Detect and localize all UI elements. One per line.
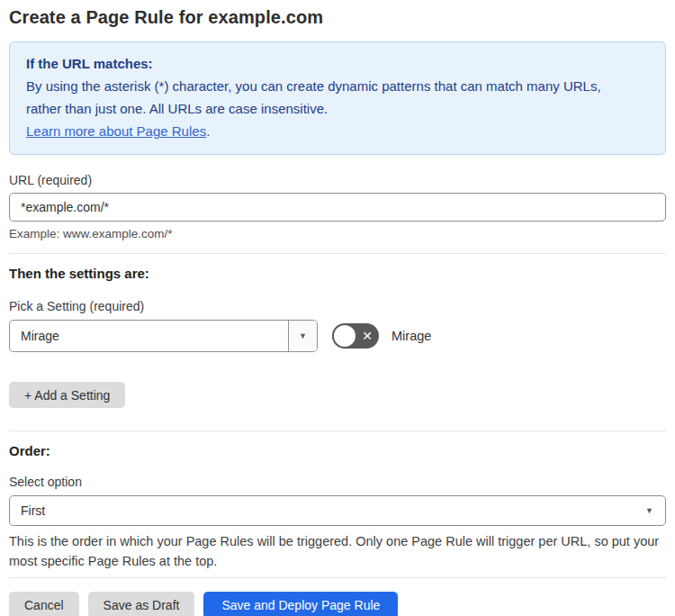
order-select-value: First [21,503,45,518]
divider [9,430,666,431]
save-and-deploy-button[interactable]: Save and Deploy Page Rule [203,592,398,616]
cancel-button[interactable]: Cancel [9,592,79,616]
divider [9,577,666,578]
toggle-x-icon: ✕ [362,330,373,342]
setting-select-value[interactable]: Mirage [10,321,288,351]
setting-select-arrow-button[interactable]: ▼ [288,321,317,351]
save-as-draft-button[interactable]: Save as Draft [88,592,195,616]
create-page-rule-form: Create a Page Rule for example.com If th… [0,0,675,616]
learn-more-link[interactable]: Learn more about Page Rules [26,123,206,139]
mirage-toggle[interactable]: ✕ [332,323,379,349]
order-select-label: Select option [9,475,666,489]
url-input[interactable] [9,193,666,222]
setting-row: Mirage ▼ ✕ Mirage [9,320,666,352]
setting-picker-label: Pick a Setting (required) [9,299,666,313]
divider [9,253,666,254]
add-setting-button[interactable]: + Add a Setting [9,382,125,408]
setting-select[interactable]: Mirage ▼ [9,320,318,352]
settings-section-heading: Then the settings are: [9,266,666,281]
url-example-helper: Example: www.example.com/* [9,227,666,240]
url-field-label: URL (required) [9,173,666,187]
chevron-down-icon: ▼ [299,331,307,340]
order-select[interactable]: First ▼ [9,495,666,526]
toggle-label: Mirage [392,329,431,343]
order-helper-text: This is the order in which your Page Rul… [9,531,664,571]
url-match-info-box: If the URL matches: By using the asteris… [9,41,666,155]
chevron-down-icon: ▼ [645,506,653,515]
info-box-heading: If the URL matches: [26,52,649,75]
footer-actions: Cancel Save as Draft Save and Deploy Pag… [9,592,666,616]
info-box-link-line: Learn more about Page Rules. [26,120,649,142]
order-section-heading: Order: [9,443,666,458]
toggle-knob [334,325,356,347]
page-title: Create a Page Rule for example.com [9,7,666,28]
info-box-body: By using the asterisk (*) character, you… [26,75,638,120]
link-suffix: . [206,123,210,139]
